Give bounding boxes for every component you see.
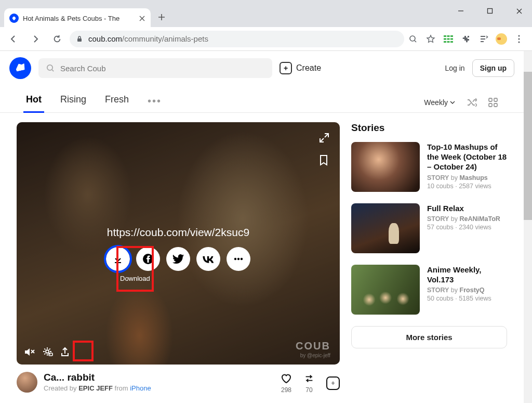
share-row [17,247,340,271]
svg-rect-11 [450,41,453,43]
mute-icon[interactable] [24,347,35,357]
video-player[interactable]: https://coub.com/view/2ksuc9 [17,122,340,365]
feed-tabs: Hot Rising Fresh ••• Weekly [0,86,524,113]
download-label: Download [120,275,150,282]
site-header: + Create Log in Sign up [0,51,524,86]
tab-rising[interactable]: Rising [60,90,86,112]
search-input[interactable] [60,64,265,73]
reading-list-icon[interactable] [478,33,489,45]
highlight-box-share [73,341,94,361]
svg-rect-7 [447,38,450,40]
close-tab-icon[interactable] [138,15,145,22]
story-stats: 50 coubs · 5185 views [427,295,507,302]
window-close-button[interactable] [509,3,529,19]
signup-button[interactable]: Sign up [472,59,514,77]
plus-box-icon: + [326,376,340,390]
svg-point-12 [518,35,520,36]
svg-rect-10 [447,41,450,43]
recoub-button[interactable]: 70 [303,373,315,394]
chevron-down-icon [450,101,455,104]
svg-point-22 [237,258,240,260]
author-avatar[interactable] [17,372,37,393]
tab-fresh[interactable]: Fresh [105,90,129,112]
login-link[interactable]: Log in [445,64,465,72]
fullscreen-icon[interactable] [319,133,329,143]
twitter-share-icon[interactable] [166,247,190,271]
add-button[interactable]: + [326,376,340,390]
create-label: Create [296,63,321,73]
scrollbar[interactable] [524,51,532,403]
story-byline: STORY by FrostyQ [427,287,507,294]
settings-gear-icon[interactable] [43,347,53,357]
browser-tab[interactable]: Hot Animals & Pets Coubs - The [4,8,151,28]
facebook-share-icon[interactable] [136,247,160,271]
svg-rect-8 [450,38,453,40]
like-button[interactable]: 298 [281,373,292,394]
download-button[interactable] [106,247,130,271]
vk-share-icon[interactable] [196,247,220,271]
back-button[interactable] [4,30,23,48]
watermark-text: COUB [296,340,330,352]
byline: Created by EPIC JEFF from iPhone [44,384,274,392]
story-stats: 57 coubs · 2340 views [427,224,507,231]
tab-hot[interactable]: Hot [26,90,42,112]
more-share-icon[interactable] [227,247,250,271]
story-title: Full Relax [427,203,507,213]
grid-view-icon[interactable] [488,98,498,107]
svg-rect-0 [488,9,493,14]
like-count: 298 [281,386,291,394]
search-box[interactable] [38,58,272,78]
reload-button[interactable] [48,30,66,48]
svg-rect-3 [444,35,446,37]
svg-rect-17 [494,98,497,101]
zoom-icon[interactable] [407,33,419,45]
bookmark-star-icon[interactable] [425,33,436,45]
story-thumbnail [351,265,420,315]
story-item[interactable]: Top-10 Mashups of the Week (October 18 –… [351,142,507,192]
author-link[interactable]: EPIC JEFF [78,384,113,392]
window-minimize-button[interactable] [451,3,471,19]
period-dropdown[interactable]: Weekly [424,98,455,107]
story-item[interactable]: Full Relax STORY by ReANiMaToR 57 coubs … [351,203,507,253]
lock-icon [76,35,83,43]
heart-icon [281,373,292,384]
profile-icon[interactable] [496,33,507,45]
bookmark-icon[interactable] [319,154,329,166]
svg-point-23 [241,258,243,260]
window-maximize-button[interactable] [480,3,500,19]
new-tab-button[interactable] [154,9,169,25]
svg-point-2 [410,36,415,41]
svg-rect-18 [489,103,492,107]
create-button[interactable]: + Create [280,62,321,74]
extensions-puzzle-icon[interactable] [460,33,472,45]
menu-dots-icon[interactable] [513,33,525,45]
svg-point-24 [46,350,49,353]
source-link[interactable]: iPhone [130,384,151,392]
story-byline: STORY by Mashups [427,174,507,181]
plus-icon: + [280,62,292,74]
svg-rect-19 [494,103,497,107]
tab-title: Hot Animals & Pets Coubs - The [23,15,134,22]
video-title: Ca... rabbit [44,372,274,383]
svg-rect-9 [444,41,446,43]
stories-heading: Stories [351,122,507,134]
search-icon [46,63,55,73]
tab-more-icon[interactable]: ••• [148,95,162,107]
address-bar[interactable]: coub.com/community/animals-pets [70,31,404,47]
more-stories-button[interactable]: More stories [351,326,507,348]
url-text: coub.com/community/animals-pets [88,34,208,43]
coub-logo-icon[interactable] [9,57,31,79]
extension-grid-icon[interactable] [443,33,454,45]
svg-point-15 [47,65,52,70]
svg-point-21 [234,258,236,260]
story-stats: 10 coubs · 2587 views [427,183,507,190]
share-icon[interactable] [60,347,70,357]
watermark-author: by @epic-jeff [300,353,330,358]
story-thumbnail [351,203,420,253]
story-item[interactable]: Anime Weekly, Vol.173 STORY by FrostyQ 5… [351,265,507,315]
scrollbar-thumb[interactable] [524,72,532,220]
forward-button[interactable] [26,30,45,48]
svg-rect-1 [77,38,82,42]
shuffle-icon[interactable] [467,98,477,107]
story-title: Anime Weekly, Vol.173 [427,265,507,284]
